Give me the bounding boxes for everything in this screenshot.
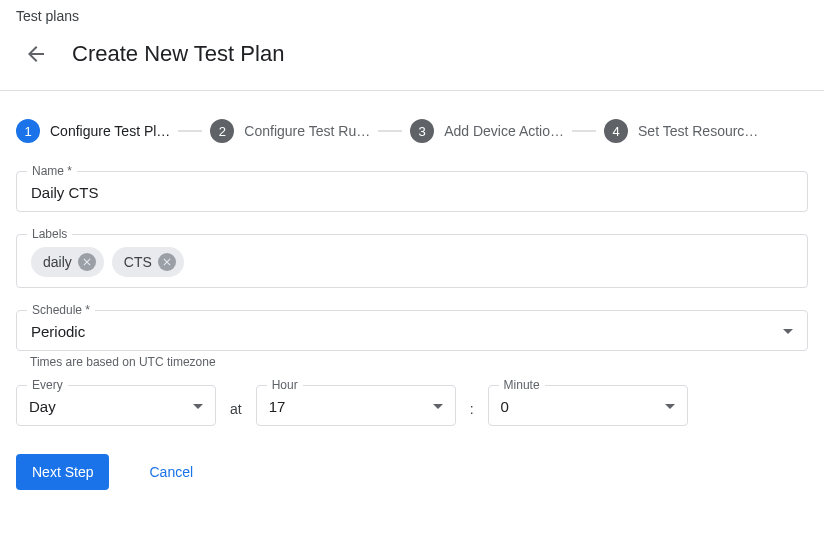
labels-field[interactable]: Labels daily CTS bbox=[16, 234, 808, 288]
hour-select[interactable]: 17 bbox=[269, 398, 443, 415]
schedule-select[interactable]: Periodic bbox=[31, 323, 793, 340]
every-value: Day bbox=[29, 398, 56, 415]
dropdown-arrow-icon bbox=[665, 404, 675, 409]
chip-cts: CTS bbox=[112, 247, 184, 277]
every-select[interactable]: Day bbox=[29, 398, 203, 415]
name-field[interactable]: Name * bbox=[16, 171, 808, 212]
page-header: Create New Test Plan bbox=[0, 28, 824, 90]
step-connector bbox=[572, 130, 596, 132]
step-2[interactable]: 2 Configure Test Ru… bbox=[210, 119, 370, 143]
step-connector bbox=[178, 130, 202, 132]
back-arrow-icon[interactable] bbox=[16, 34, 56, 74]
step-1[interactable]: 1 Configure Test Pl… bbox=[16, 119, 170, 143]
colon-separator: : bbox=[470, 395, 474, 417]
name-input[interactable] bbox=[31, 184, 793, 201]
dropdown-arrow-icon bbox=[433, 404, 443, 409]
step-number: 3 bbox=[410, 119, 434, 143]
step-label: Configure Test Ru… bbox=[244, 123, 370, 139]
name-label: Name * bbox=[27, 164, 77, 178]
button-row: Next Step Cancel bbox=[16, 454, 808, 490]
breadcrumb: Test plans bbox=[0, 0, 824, 28]
labels-label: Labels bbox=[27, 227, 72, 241]
minute-value: 0 bbox=[501, 398, 509, 415]
schedule-row: Every Day at Hour 17 : Minute 0 bbox=[16, 385, 808, 426]
page-title: Create New Test Plan bbox=[72, 41, 284, 67]
hour-value: 17 bbox=[269, 398, 286, 415]
next-step-button[interactable]: Next Step bbox=[16, 454, 109, 490]
every-label: Every bbox=[27, 378, 68, 392]
step-label: Add Device Actio… bbox=[444, 123, 564, 139]
schedule-field[interactable]: Schedule * Periodic bbox=[16, 310, 808, 351]
chip-text: CTS bbox=[124, 254, 152, 270]
step-number: 4 bbox=[604, 119, 628, 143]
stepper: 1 Configure Test Pl… 2 Configure Test Ru… bbox=[16, 119, 808, 143]
step-4[interactable]: 4 Set Test Resourc… bbox=[604, 119, 758, 143]
step-number: 1 bbox=[16, 119, 40, 143]
schedule-label: Schedule * bbox=[27, 303, 95, 317]
divider bbox=[0, 90, 824, 91]
step-connector bbox=[378, 130, 402, 132]
chip-text: daily bbox=[43, 254, 72, 270]
chip-remove-icon[interactable] bbox=[158, 253, 176, 271]
at-separator: at bbox=[230, 395, 242, 417]
minute-field[interactable]: Minute 0 bbox=[488, 385, 688, 426]
minute-select[interactable]: 0 bbox=[501, 398, 675, 415]
chips-container: daily CTS bbox=[31, 247, 793, 277]
step-3[interactable]: 3 Add Device Actio… bbox=[410, 119, 564, 143]
step-label: Set Test Resourc… bbox=[638, 123, 758, 139]
dropdown-arrow-icon bbox=[783, 329, 793, 334]
chip-daily: daily bbox=[31, 247, 104, 277]
dropdown-arrow-icon bbox=[193, 404, 203, 409]
hour-label: Hour bbox=[267, 378, 303, 392]
every-field[interactable]: Every Day bbox=[16, 385, 216, 426]
hour-field[interactable]: Hour 17 bbox=[256, 385, 456, 426]
step-number: 2 bbox=[210, 119, 234, 143]
minute-label: Minute bbox=[499, 378, 545, 392]
schedule-value: Periodic bbox=[31, 323, 85, 340]
step-label: Configure Test Pl… bbox=[50, 123, 170, 139]
cancel-button[interactable]: Cancel bbox=[149, 464, 193, 480]
timezone-hint: Times are based on UTC timezone bbox=[16, 355, 808, 369]
chip-remove-icon[interactable] bbox=[78, 253, 96, 271]
